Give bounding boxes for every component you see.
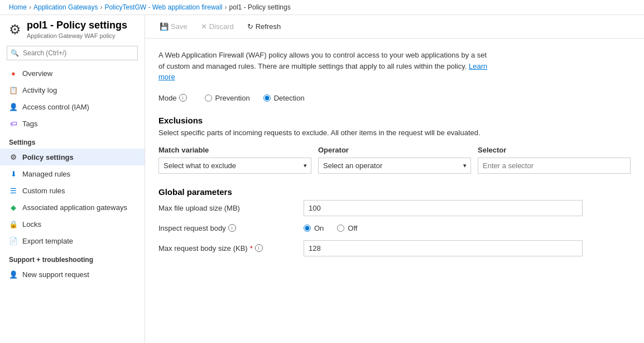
nav-iam[interactable]: 👤 Access control (IAM) bbox=[0, 98, 145, 115]
operator-wrapper: Select an operator bbox=[318, 158, 471, 174]
nav-policy-settings[interactable]: ⚙ Policy settings bbox=[0, 149, 145, 165]
activity-log-icon: 📋 bbox=[9, 85, 18, 94]
save-icon: 💾 bbox=[160, 22, 169, 31]
policy-settings-icon: ⚙ bbox=[9, 153, 18, 161]
max-body-size-label: Max request body size (KB) * i bbox=[158, 244, 304, 253]
param-max-file-upload: Max file upload size (MB) bbox=[158, 200, 631, 216]
sidebar-subtitle: Application Gateway WAF policy bbox=[27, 32, 127, 39]
nav-export-template[interactable]: 📄 Export template bbox=[0, 232, 145, 249]
nav-label-assoc-gateways: Associated application gateways bbox=[22, 203, 127, 212]
inspect-off-radio[interactable] bbox=[337, 225, 344, 232]
inspect-on-option[interactable]: On bbox=[304, 224, 324, 232]
refresh-label: Refresh bbox=[256, 22, 281, 31]
content-area: 💾 Save ✕ Discard ↻ Refresh A Web Applica… bbox=[145, 15, 644, 343]
refresh-button[interactable]: ↻ Refresh bbox=[242, 20, 287, 34]
operator-select[interactable]: Select an operator bbox=[318, 158, 471, 174]
nav-label-custom-rules: Custom rules bbox=[22, 187, 65, 195]
breadcrumb-appgw[interactable]: Application Gateways bbox=[33, 3, 98, 11]
overview-icon: ● bbox=[9, 69, 18, 78]
inspect-on-radio[interactable] bbox=[304, 225, 311, 232]
exclusions-table: Match variable Operator Selector Select … bbox=[158, 146, 631, 174]
mode-prevention-radio[interactable] bbox=[205, 94, 212, 102]
exclusions-title: Exclusions bbox=[158, 116, 631, 125]
content-body: A Web Application Firewall (WAF) policy … bbox=[145, 39, 644, 343]
mode-row: Mode i Prevention Detection bbox=[158, 94, 631, 102]
search-input[interactable] bbox=[7, 46, 138, 60]
breadcrumb-waf[interactable]: PolicyTestGW - Web application firewall bbox=[104, 3, 222, 11]
nav-label-activity: Activity log bbox=[22, 86, 57, 94]
col-match-variable: Match variable bbox=[158, 146, 311, 154]
iam-icon: 👤 bbox=[9, 102, 18, 111]
tags-icon: 🏷 bbox=[9, 119, 18, 128]
nav-label-tags: Tags bbox=[22, 120, 37, 128]
sidebar-title: pol1 - Policy settings bbox=[27, 20, 127, 31]
assoc-gateways-icon: ◆ bbox=[9, 203, 18, 212]
discard-label: Discard bbox=[209, 22, 234, 31]
discard-icon: ✕ bbox=[201, 22, 207, 31]
col-operator: Operator bbox=[318, 146, 471, 154]
max-body-size-value bbox=[304, 240, 583, 256]
match-variable-select[interactable]: Select what to exclude bbox=[158, 158, 311, 174]
mode-detection-option[interactable]: Detection bbox=[263, 94, 305, 102]
inspect-off-label: Off bbox=[348, 224, 357, 232]
mode-detection-label: Detection bbox=[274, 94, 305, 102]
exclusions-row: Select what to exclude Select an operato… bbox=[158, 158, 631, 174]
mode-radio-group: Prevention Detection bbox=[205, 94, 305, 102]
breadcrumb-home[interactable]: Home bbox=[9, 3, 27, 11]
inspect-body-info-icon[interactable]: i bbox=[228, 224, 236, 232]
save-label: Save bbox=[171, 22, 188, 31]
nav-locks[interactable]: 🔒 Locks bbox=[0, 216, 145, 232]
mode-detection-radio[interactable] bbox=[263, 94, 271, 102]
mode-label: Mode i bbox=[158, 94, 187, 102]
max-body-size-input[interactable] bbox=[304, 240, 583, 256]
locks-icon: 🔒 bbox=[9, 220, 18, 228]
param-inspect-body: Inspect request body i On Off bbox=[158, 224, 631, 232]
inspect-off-option[interactable]: Off bbox=[337, 224, 357, 232]
max-file-upload-label: Max file upload size (MB) bbox=[158, 204, 304, 212]
param-max-body-size: Max request body size (KB) * i bbox=[158, 240, 631, 256]
breadcrumb-current: pol1 - Policy settings bbox=[229, 3, 291, 11]
selector-input[interactable] bbox=[478, 158, 631, 174]
support-icon: 👤 bbox=[9, 270, 18, 279]
global-params-title: Global parameters bbox=[158, 187, 631, 197]
discard-button[interactable]: ✕ Discard bbox=[195, 20, 239, 34]
nav-managed-rules[interactable]: ⬇ Managed rules bbox=[0, 165, 145, 182]
nav-new-support[interactable]: 👤 New support request bbox=[0, 266, 145, 283]
inspect-body-label: Inspect request body i bbox=[158, 224, 304, 232]
nav-label-export: Export template bbox=[22, 237, 73, 245]
nav-custom-rules[interactable]: ☰ Custom rules bbox=[0, 182, 145, 199]
col-selector: Selector bbox=[478, 146, 631, 154]
global-params: Global parameters Max file upload size (… bbox=[158, 187, 631, 256]
nav-label-overview: Overview bbox=[22, 69, 52, 78]
nav-label-locks: Locks bbox=[22, 220, 41, 228]
search-container: 🔍 bbox=[7, 46, 138, 60]
save-button[interactable]: 💾 Save bbox=[154, 20, 193, 34]
refresh-icon: ↻ bbox=[247, 22, 253, 31]
description-text: A Web Application Firewall (WAF) policy … bbox=[158, 50, 493, 83]
nav-label-support: New support request bbox=[22, 270, 89, 279]
nav-activity-log[interactable]: 📋 Activity log bbox=[0, 82, 145, 98]
nav-label-iam: Access control (IAM) bbox=[22, 103, 89, 111]
nav-tags[interactable]: 🏷 Tags bbox=[0, 115, 145, 132]
nav-label-managed-rules: Managed rules bbox=[22, 170, 70, 178]
sidebar-header: ⚙ pol1 - Policy settings Application Gat… bbox=[0, 15, 145, 41]
nav-overview[interactable]: ● Overview bbox=[0, 65, 145, 82]
mode-info-icon[interactable]: i bbox=[179, 94, 187, 102]
search-icon: 🔍 bbox=[11, 49, 19, 57]
settings-section-label: Settings bbox=[0, 132, 145, 149]
gear-icon-large: ⚙ bbox=[9, 22, 21, 37]
support-section-label: Support + troubleshooting bbox=[0, 249, 145, 266]
exclusions-header: Match variable Operator Selector bbox=[158, 146, 631, 154]
inspect-on-label: On bbox=[314, 224, 324, 232]
inspect-body-radio-group: On Off bbox=[304, 224, 583, 232]
match-variable-wrapper: Select what to exclude bbox=[158, 158, 311, 174]
nav-assoc-gateways[interactable]: ◆ Associated application gateways bbox=[0, 199, 145, 216]
max-file-upload-value bbox=[304, 200, 583, 216]
toolbar: 💾 Save ✕ Discard ↻ Refresh bbox=[145, 15, 644, 39]
mode-prevention-option[interactable]: Prevention bbox=[205, 94, 250, 102]
sidebar: ⚙ pol1 - Policy settings Application Gat… bbox=[0, 15, 145, 343]
mode-prevention-label: Prevention bbox=[215, 94, 250, 102]
max-body-size-info-icon[interactable]: i bbox=[255, 244, 263, 252]
max-file-upload-input[interactable] bbox=[304, 200, 583, 216]
managed-rules-icon: ⬇ bbox=[9, 169, 18, 178]
